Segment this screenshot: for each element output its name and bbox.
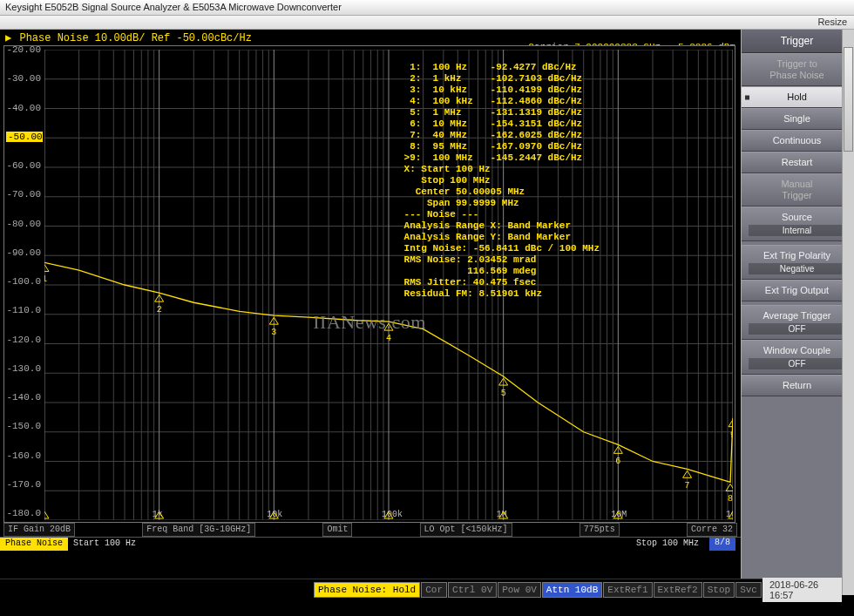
plot-header: ▶ Phase Noise 10.00dB/ Ref -50.00cBc/Hz … [0,30,741,45]
footer-date: 2018-06-26 16:57 [762,578,842,602]
arrow-icon: ▶ [5,32,11,44]
svg-text:9: 9 [730,430,733,440]
sidebar-btn-7[interactable]: Ext Trig PolarityNegative [742,245,852,280]
footer-pow[interactable]: Pow 0V [498,582,541,598]
footer-svc[interactable]: Svc [735,582,762,598]
sidebar-btn-label: Ext Trig Output [765,285,829,295]
y-tick-label: -140.0 [4,392,41,403]
sidebar-btn-3[interactable]: Continuous [742,130,852,152]
sidebar-btn-label: Hold [787,91,807,102]
status-badge: 8/8 [709,538,735,551]
sidebar-btn-label: Trigger toPhase Noise [769,58,824,80]
y-tick-label: -90.00 [4,247,41,258]
y-tick-label: -160.0 [4,450,41,461]
main-area: ▶ Phase Noise 10.00dB/ Ref -50.00cBc/Hz … [0,30,854,579]
sidebar-btn-sub: Negative [749,263,845,274]
menubar: Resize [0,16,854,30]
svg-text:3: 3 [271,328,276,337]
footer-phase-noise[interactable]: Phase Noise: Hold [314,582,420,598]
window-title: Keysight E5052B Signal Source Analyzer &… [5,2,342,12]
sidebar-btn-0: Trigger toPhase Noise [742,53,852,86]
sidebar-btn-label: Window Couple [763,345,830,355]
sidebar-btn-2[interactable]: Single [742,108,852,130]
sidebar-btn-sub: Internal [749,225,845,236]
y-tick-label: -70.00 [4,189,41,200]
svg-text:4: 4 [386,334,391,343]
svg-marker-92 [726,484,733,491]
footer-cor[interactable]: Cor [421,582,447,598]
titlebar[interactable]: Keysight E5052B Signal Source Analyzer &… [0,0,854,16]
svg-text:100M: 100M [726,510,733,519]
svg-text:2: 2 [157,305,162,315]
y-tick-label: -130.0 [4,363,41,374]
footer-attn[interactable]: Attn 10dB [542,582,602,598]
freqband-cell: Freq Band [3G-10GHz] [142,523,255,537]
footer-ctrl[interactable]: Ctrl 0V [448,582,497,598]
scrollbar-thumb[interactable] [844,47,853,152]
y-tick-label: -100.0 [4,276,41,287]
y-tick-label: -150.0 [4,421,41,431]
footer-extref1[interactable]: ExtRef1 [603,582,652,598]
plot-area[interactable]: -20.00-30.00-40.00-50.00-60.00-70.00-80.… [3,45,735,523]
y-tick-label: -20.00 [4,44,41,55]
sidebar-btn-10[interactable]: Window CoupleOFF [742,340,852,375]
ifgain-cell: IF Gain 20dB [3,523,75,537]
plot-svg: 1k10k100k1M10M100M123456789 [44,50,733,520]
loopt-cell: LO Opt [<150kHz] [420,523,512,537]
svg-text:10M: 10M [611,510,627,519]
y-tick-label: -170.0 [4,479,41,490]
sidebar-btn-label: Average Trigger [762,310,830,321]
resize-menu[interactable]: Resize [817,17,847,27]
sidebar-btn-8[interactable]: Ext Trig Output▶ [742,280,852,301]
svg-text:5: 5 [501,389,506,398]
y-axis-labels: -20.00-30.00-40.00-50.00-60.00-70.00-80.… [4,46,43,517]
dot-icon [745,95,749,99]
sidebar-btn-label: Continuous [773,135,822,146]
footer-extref2[interactable]: ExtRef2 [654,582,702,598]
status-stop: Stop 100 MHz [631,538,704,551]
sidebar-btn-label: Restart [782,157,812,167]
y-tick-label: -80.00 [4,219,41,229]
sidebar-btn-label: Single [783,113,810,124]
footer-stop[interactable]: Stop [703,582,735,598]
sidebar-btn-label: Return [783,380,811,390]
status-phase-noise[interactable]: Phase Noise [0,538,68,551]
app-window: Keysight E5052B Signal Source Analyzer &… [0,0,854,616]
svg-text:6: 6 [615,457,620,466]
sidebar-btn-9[interactable]: Average TriggerOFF [742,305,852,340]
scrollbar[interactable] [842,30,854,595]
svg-text:1: 1 [44,274,47,284]
sidebar: Trigger Trigger toPhase NoiseHoldSingleC… [741,30,852,579]
sidebar-btn-label: ManualTrigger [781,179,812,200]
y-tick-label: -30.00 [4,73,41,84]
sidebar-btn-label: Ext Trig Polarity [763,250,830,261]
sidebar-btn-sub: OFF [749,358,845,369]
sidebar-btn-sub: OFF [749,323,845,335]
sidebar-btn-label: Source [782,212,812,222]
status-row: Phase Noise Start 100 Hz Stop 100 MHz 8/… [0,537,741,551]
svg-text:8: 8 [728,494,733,504]
svg-marker-78 [44,264,49,271]
svg-text:10k: 10k [267,510,282,519]
mode-label: Phase Noise 10.00dB/ Ref -50.00cBc/Hz [19,32,251,44]
y-tick-label: -60.00 [4,160,41,171]
pts-cell: 775pts [580,523,620,537]
corre-cell: Corre 32 [687,523,737,537]
svg-text:7: 7 [685,481,690,491]
y-tick-label: -180.0 [4,508,41,518]
sidebar-btn-4[interactable]: Restart [742,152,852,173]
sidebar-btn-1[interactable]: Hold [742,86,852,108]
svg-marker-96 [44,511,49,518]
y-tick-label: -110.0 [4,305,41,315]
info-row: IF Gain 20dB Freq Band [3G-10GHz] Omit L… [0,523,741,537]
footer-bar: Phase Noise: Hold Cor Ctrl 0V Pow 0V Att… [0,579,854,600]
sidebar-title: Trigger [742,30,852,53]
sidebar-btn-6[interactable]: SourceInternal▶ [742,206,852,241]
sidebar-btn-11[interactable]: Return [742,375,852,396]
y-tick-label: -50.00 [6,132,43,142]
sidebar-btn-5: ManualTrigger [742,173,852,206]
y-tick-label: -40.00 [4,103,41,113]
marker-readout: 1: 100 Hz -92.4277 dBc/Hz 2: 1 kHz -102.… [404,62,600,300]
status-start: Start 100 Hz [68,538,631,551]
plot-panel: ▶ Phase Noise 10.00dB/ Ref -50.00cBc/Hz … [0,30,741,579]
